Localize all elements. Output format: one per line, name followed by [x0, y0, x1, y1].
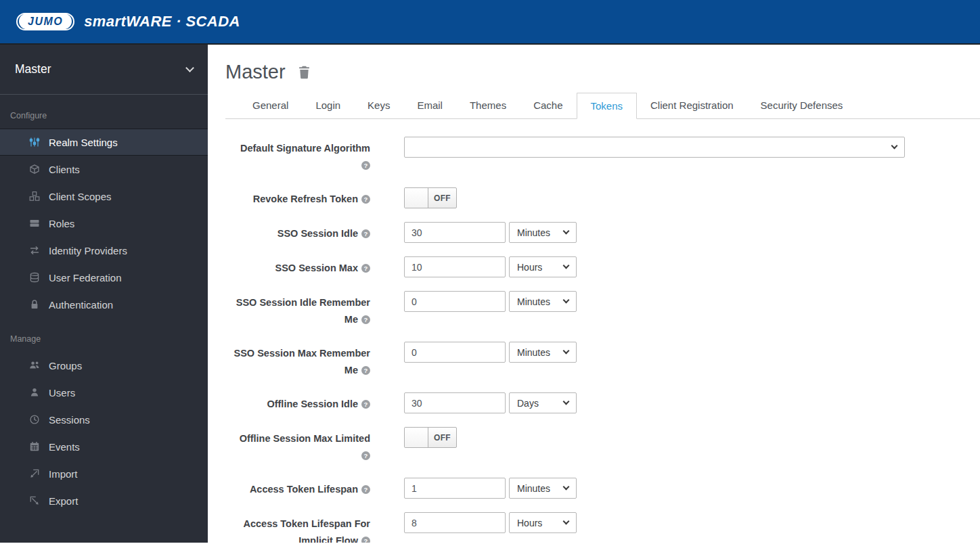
sso-session-max-input[interactable] — [404, 256, 506, 277]
tab-security-defenses[interactable]: Security Defenses — [747, 93, 857, 118]
form-row-access-token-lifespan-implicit-flow: Access Token Lifespan For Implicit Flow … — [225, 512, 980, 543]
help-icon[interactable] — [361, 315, 370, 324]
sidebar-item-groups[interactable]: Groups — [0, 352, 208, 379]
form-row-access-token-lifespan: Access Token Lifespan Minutes — [225, 478, 980, 499]
tab-cache[interactable]: Cache — [520, 93, 576, 118]
sidebar-item-user-federation[interactable]: User Federation — [0, 264, 208, 291]
select-value: Minutes — [517, 483, 550, 494]
field-label: Offline Session Idle — [225, 392, 370, 413]
sidebar-item-label: Roles — [49, 218, 74, 229]
sidebar-item-label: Sessions — [49, 414, 90, 426]
help-icon[interactable] — [361, 366, 370, 375]
access-token-lifespan-implicit-flow-unit-select[interactable]: Hours — [509, 512, 577, 533]
access-token-lifespan-unit-select[interactable]: Minutes — [509, 478, 577, 499]
list-icon — [28, 218, 40, 229]
import-icon — [28, 468, 40, 480]
help-icon[interactable] — [361, 195, 370, 204]
sidebar-item-identity-providers[interactable]: Identity Providers — [0, 237, 208, 264]
tab-client-registration[interactable]: Client Registration — [637, 93, 747, 118]
sso-session-max-unit-select[interactable]: Hours — [509, 256, 577, 277]
sidebar-item-roles[interactable]: Roles — [0, 210, 208, 237]
sso-session-idle-remember-me-unit-select[interactable]: Minutes — [509, 291, 577, 312]
app-header: JUMO smartWARE · SCADA — [0, 0, 980, 45]
delete-realm-button[interactable] — [298, 65, 311, 80]
sso-session-max-remember-me-unit-select[interactable]: Minutes — [509, 342, 577, 363]
sidebar-item-users[interactable]: Users — [0, 379, 208, 406]
lock-icon — [28, 299, 40, 311]
export-icon — [28, 495, 40, 507]
field-label: SSO Session Idle Remember Me — [225, 291, 370, 328]
tab-themes[interactable]: Themes — [456, 93, 520, 118]
realm-selector[interactable]: Master — [0, 45, 208, 95]
default-signature-algorithm-select[interactable] — [404, 137, 905, 158]
tab-general[interactable]: General — [239, 93, 302, 118]
field-label: Default Signature Algorithm — [225, 137, 370, 174]
tab-tokens[interactable]: Tokens — [577, 93, 638, 119]
help-icon[interactable] — [361, 485, 370, 494]
select-value: Days — [517, 398, 539, 409]
revoke-refresh-token-toggle[interactable]: OFF — [404, 187, 457, 208]
select-value: Minutes — [517, 296, 550, 307]
select-value: Minutes — [517, 347, 550, 358]
select-value: Minutes — [517, 227, 550, 238]
sso-session-idle-input[interactable] — [404, 222, 506, 243]
database-icon — [28, 272, 40, 284]
help-icon[interactable] — [361, 264, 370, 273]
main-content: Master General Login Keys Email Themes C… — [208, 45, 980, 543]
sidebar-item-events[interactable]: Events — [0, 433, 208, 460]
sidebar-item-authentication[interactable]: Authentication — [0, 291, 208, 318]
jumo-logo[interactable]: JUMO — [16, 13, 74, 30]
sidebar-item-label: Client Scopes — [49, 191, 112, 202]
sidebar-item-label: Authentication — [49, 299, 113, 311]
sidebar-item-export[interactable]: Export — [0, 487, 208, 514]
help-icon[interactable] — [361, 537, 370, 543]
tab-login[interactable]: Login — [302, 93, 354, 118]
tab-keys[interactable]: Keys — [354, 93, 403, 118]
chevron-down-icon — [563, 348, 570, 355]
toggle-handle — [405, 188, 428, 208]
sidebar-item-clients[interactable]: Clients — [0, 156, 208, 183]
sidebar-item-realm-settings[interactable]: Realm Settings — [0, 129, 208, 156]
form-row-sso-session-idle-remember-me: SSO Session Idle Remember Me Minutes — [225, 291, 980, 328]
page-title: Master — [225, 61, 286, 83]
cubes-icon — [28, 191, 40, 202]
offline-session-idle-input[interactable] — [404, 392, 506, 413]
chevron-down-icon — [891, 143, 898, 150]
help-icon[interactable] — [361, 229, 370, 238]
help-icon[interactable] — [361, 451, 370, 460]
chevron-down-icon — [563, 399, 570, 405]
sidebar-item-import[interactable]: Import — [0, 460, 208, 487]
offline-session-idle-unit-select[interactable]: Days — [509, 392, 577, 413]
clock-icon — [28, 414, 40, 426]
toggle-state-label: OFF — [428, 188, 456, 208]
sidebar-item-label: Import — [49, 468, 78, 480]
sidebar-section-configure: Configure — [10, 111, 208, 120]
field-label: Access Token Lifespan — [225, 478, 370, 499]
select-value: Hours — [517, 518, 542, 528]
trash-icon — [298, 65, 311, 80]
chevron-down-icon — [563, 297, 570, 304]
sso-session-max-remember-me-input[interactable] — [404, 342, 506, 363]
form-row-offline-session-max-limited: Offline Session Max Limited OFF — [225, 427, 980, 464]
offline-session-max-limited-toggle[interactable]: OFF — [404, 427, 457, 448]
sso-session-idle-unit-select[interactable]: Minutes — [509, 222, 577, 243]
tab-email[interactable]: Email — [403, 93, 456, 118]
sidebar: Master Configure Realm Settings Clients — [0, 45, 208, 543]
help-icon[interactable] — [361, 161, 370, 170]
help-icon[interactable] — [361, 400, 370, 409]
field-label: Revoke Refresh Token — [225, 187, 370, 208]
sidebar-item-sessions[interactable]: Sessions — [0, 406, 208, 433]
access-token-lifespan-input[interactable] — [404, 478, 506, 499]
sidebar-item-label: Groups — [49, 360, 82, 371]
sidebar-item-client-scopes[interactable]: Client Scopes — [0, 183, 208, 210]
access-token-lifespan-implicit-flow-input[interactable] — [404, 512, 506, 533]
sidebar-item-label: Export — [49, 495, 78, 507]
calendar-icon — [28, 441, 40, 453]
form-row-sso-session-max-remember-me: SSO Session Max Remember Me Minutes — [225, 342, 980, 379]
realm-settings-tabs: General Login Keys Email Themes Cache To… — [225, 93, 980, 119]
field-label: Access Token Lifespan For Implicit Flow — [225, 512, 370, 543]
sidebar-item-label: Clients — [49, 164, 80, 175]
chevron-down-icon — [563, 518, 570, 525]
sidebar-item-label: Users — [49, 387, 75, 399]
sso-session-idle-remember-me-input[interactable] — [404, 291, 506, 312]
